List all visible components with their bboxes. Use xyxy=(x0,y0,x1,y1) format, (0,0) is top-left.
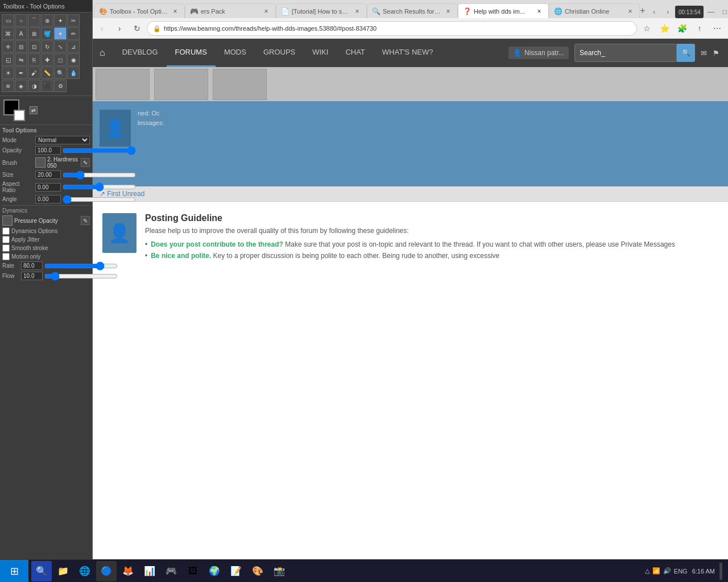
gimp-tool-paint[interactable]: 🖌 xyxy=(28,66,40,79)
gimp-tool-measure[interactable]: 📏 xyxy=(41,66,53,79)
tab-close-tutorial[interactable]: × xyxy=(353,7,362,16)
taskbar-excel-icon[interactable]: 📊 xyxy=(139,561,160,581)
gimp-tool-clone[interactable]: ⎘ xyxy=(28,53,40,66)
mode-select[interactable]: Normal xyxy=(35,136,90,144)
angle-input[interactable] xyxy=(35,195,61,203)
taskbar-ps-icon[interactable]: 🖼 xyxy=(183,561,203,581)
tab-close-christian[interactable]: × xyxy=(626,7,635,16)
aspect-slider[interactable] xyxy=(63,184,136,190)
gimp-tool-erase[interactable]: ◻ xyxy=(54,53,67,66)
gimp-tool-something[interactable]: ◈ xyxy=(15,80,27,92)
tab-christian[interactable]: 🌐 Christian Online × xyxy=(549,3,640,18)
dynamics-edit-btn[interactable]: ✎ xyxy=(81,216,90,225)
tab-toolbox[interactable]: 🎨 Toolbox - Tool Options × xyxy=(94,3,185,18)
gimp-tool-free[interactable]: ⌒ xyxy=(28,14,40,27)
gimp-tool-bucket[interactable]: 🪣 xyxy=(41,27,53,40)
gimp-tool-text[interactable]: A xyxy=(15,27,27,40)
size-slider[interactable] xyxy=(63,172,136,178)
taskbar-paint-icon[interactable]: 🎨 xyxy=(247,561,268,581)
flow-input[interactable] xyxy=(21,272,43,280)
search-bar[interactable]: Search_ xyxy=(574,44,677,62)
gimp-tool-shear[interactable]: ⊿ xyxy=(67,40,80,53)
gimp-tool-something2[interactable]: ◑ xyxy=(28,80,40,92)
taskbar-firefox-icon[interactable]: 🦊 xyxy=(118,561,138,581)
search-button[interactable]: 🔍 xyxy=(677,44,695,62)
show-desktop-btn[interactable] xyxy=(719,563,722,580)
gimp-tool-fill[interactable]: ⬛ xyxy=(41,80,53,92)
forward-btn[interactable]: › xyxy=(111,20,127,36)
tab-scroll-right[interactable]: › xyxy=(661,6,674,18)
gimp-tool-rotate[interactable]: ↻ xyxy=(41,40,53,53)
gimp-tool-color-select[interactable]: ✦ xyxy=(54,14,67,27)
tab-tutorial[interactable]: 📄 [Tutorial] How to ski... × xyxy=(276,3,367,18)
gimp-tool-color-balance[interactable]: ⊞ xyxy=(28,27,40,40)
taskbar-files-icon[interactable]: 📁 xyxy=(53,561,73,581)
gimp-tool-rect[interactable]: ▭ xyxy=(2,14,14,27)
taskbar-steam-icon[interactable]: 🎮 xyxy=(161,561,181,581)
swap-colors-icon[interactable]: ⇄ xyxy=(30,106,38,114)
nav-groups[interactable]: GROUPS xyxy=(255,39,304,67)
extensions-btn[interactable]: 🧩 xyxy=(674,20,690,36)
gimp-tool-blur[interactable]: ◉ xyxy=(67,53,80,66)
first-unread-link[interactable]: ↗ First Unread xyxy=(91,186,728,202)
minimize-btn[interactable]: — xyxy=(705,6,717,18)
menu-btn[interactable]: ⋯ xyxy=(709,20,725,36)
nav-chat[interactable]: CHAT xyxy=(337,39,373,67)
tab-help[interactable]: ❓ Help with dds im... × xyxy=(458,3,549,18)
gimp-tool-ink[interactable]: ✒ xyxy=(15,66,27,79)
tab-scroll-left[interactable]: ‹ xyxy=(648,6,660,18)
taskbar-instagram-icon[interactable]: 📸 xyxy=(269,561,289,581)
taskbar-chrome-icon[interactable]: 🔵 xyxy=(96,561,117,581)
maximize-btn[interactable]: □ xyxy=(718,6,728,18)
apply-jitter-check[interactable] xyxy=(2,236,10,243)
nav-wiki[interactable]: WIKI xyxy=(304,39,337,67)
gimp-tool-crop[interactable]: ⊡ xyxy=(28,40,40,53)
tab-close-toolbox[interactable]: × xyxy=(171,7,180,16)
brush-edit-btn[interactable]: ✎ xyxy=(81,158,90,167)
motion-only-check[interactable] xyxy=(2,253,10,260)
gimp-tool-scissors[interactable]: ✂ xyxy=(67,14,80,27)
bookmark-btn[interactable]: ☆ xyxy=(639,20,655,36)
opacity-input[interactable] xyxy=(35,146,61,155)
gimp-tool-fuzzy[interactable]: ⊕ xyxy=(41,14,53,27)
smooth-stroke-check[interactable] xyxy=(2,244,10,252)
angle-slider[interactable] xyxy=(63,197,136,202)
gimp-tool-paths[interactable]: ⌘ xyxy=(2,27,14,40)
aspect-input[interactable] xyxy=(35,183,61,192)
gimp-tool-move[interactable]: ✛ xyxy=(2,40,14,53)
envelope-icon[interactable]: ✉ xyxy=(701,49,707,57)
flow-slider[interactable] xyxy=(44,273,118,279)
taskbar-ie2-icon[interactable]: 🌍 xyxy=(204,561,225,581)
gimp-tool-zoom[interactable]: 🔍 xyxy=(54,66,67,79)
gimp-tool-airbrush[interactable]: ✦ xyxy=(54,27,67,40)
url-bar[interactable]: 🔒 https://www.beamng.com/threads/help-wi… xyxy=(147,21,637,36)
nav-whatsnew[interactable]: WHAT'S NEW? xyxy=(374,39,442,67)
tab-close-search[interactable]: × xyxy=(444,7,453,16)
taskbar-ie-icon[interactable]: 🌐 xyxy=(75,561,95,581)
rate-slider[interactable] xyxy=(44,263,118,269)
nav-devblog[interactable]: DEVBLOG xyxy=(114,39,167,67)
tab-ers[interactable]: 🎮 ers Pack × xyxy=(185,3,276,18)
rate-input[interactable] xyxy=(21,261,43,270)
gimp-tool-scale[interactable]: ⤡ xyxy=(54,40,67,53)
gimp-tool-color-picker[interactable]: 💧 xyxy=(67,66,80,79)
opacity-slider[interactable] xyxy=(63,148,136,153)
gimp-tool-pencil[interactable]: ✏ xyxy=(67,27,80,40)
gimp-tool-perspective[interactable]: ◱ xyxy=(2,53,14,66)
tab-close-help[interactable]: × xyxy=(535,7,544,16)
gimp-tool-heal[interactable]: ✚ xyxy=(41,53,53,66)
user-profile[interactable]: 👤 Nissan patr... xyxy=(508,47,569,59)
gimp-tool-script[interactable]: ⚙ xyxy=(54,80,67,92)
foreground-color[interactable] xyxy=(3,99,25,121)
gimp-tool-align[interactable]: ⊟ xyxy=(15,40,27,53)
tab-search[interactable]: 🔍 Search Results for Qi × xyxy=(367,3,458,18)
tab-close-ers[interactable]: × xyxy=(262,7,271,16)
new-tab-button[interactable]: + xyxy=(640,3,645,18)
gimp-tool-dodge[interactable]: ☀ xyxy=(2,66,14,79)
back-btn[interactable]: ‹ xyxy=(94,20,110,36)
reload-btn[interactable]: ↻ xyxy=(129,20,145,36)
size-input[interactable] xyxy=(35,171,61,179)
dynamics-options-check[interactable] xyxy=(2,227,10,235)
gimp-tool-smudge[interactable]: ≋ xyxy=(2,80,14,92)
start-button[interactable]: ⊞ xyxy=(0,560,28,583)
